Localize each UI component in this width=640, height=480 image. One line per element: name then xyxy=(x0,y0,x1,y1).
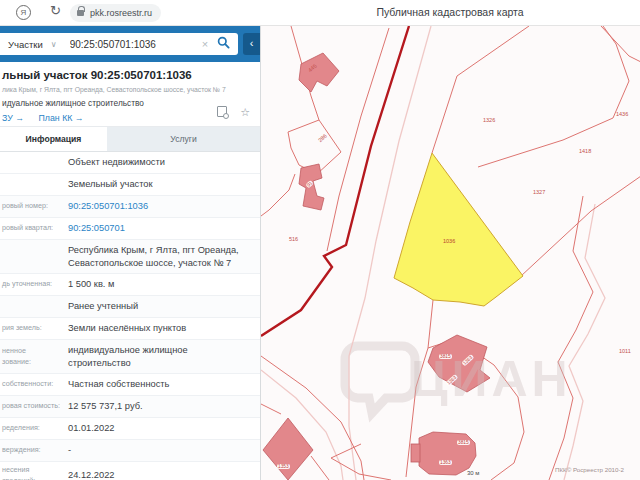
building-label: 1363 xyxy=(439,460,452,465)
map-canvas xyxy=(261,26,640,480)
search-category-select[interactable]: Участки xyxy=(0,39,43,50)
selected-parcel-1036[interactable] xyxy=(394,153,523,306)
row-label: ненное зование: xyxy=(0,343,66,370)
parcel-card-title: льный участок 90:25:050701:1036 xyxy=(2,69,260,81)
doc-search-icon[interactable] xyxy=(217,106,227,117)
row-label: верждения: xyxy=(0,442,66,458)
clear-icon[interactable]: × xyxy=(202,38,208,50)
row-label: ровый квартал: xyxy=(0,220,66,236)
lock-icon xyxy=(77,10,84,16)
search-icon[interactable] xyxy=(217,35,230,53)
row-value: индивидуальное жилищное строительство xyxy=(66,340,254,373)
row-label: дь уточненная: xyxy=(0,276,66,292)
selected-parcel-label: 1036 xyxy=(443,238,455,244)
watermark-pin-icon xyxy=(345,346,415,413)
parcel-label: 516 xyxy=(289,236,298,242)
row-label xyxy=(0,182,66,188)
star-icon[interactable]: ☆ xyxy=(240,106,250,118)
app-window: Я ↻ pkk.rosreestr.ru Публичная кадастров… xyxy=(0,0,640,480)
table-row: ределения: 01.01.2022 xyxy=(0,418,260,440)
table-row: верждения: - xyxy=(0,440,260,462)
table-row: Объект недвижимости xyxy=(0,152,260,174)
parcel-label: 1011 xyxy=(619,348,631,354)
table-row: Земельный участок xyxy=(0,174,260,196)
scale-label: 30 м xyxy=(467,470,479,476)
search-bar: Участки ∨ × ‹ xyxy=(0,26,260,62)
cadastral-number-link[interactable]: 90:25:050701:1036 xyxy=(66,196,254,217)
row-value: Республика Крым, г Ялта, пгт Ореанда, Се… xyxy=(66,240,254,273)
row-label: ровая стоимость: xyxy=(0,398,66,414)
table-row: Ранее учтенный xyxy=(0,296,260,318)
address-bar[interactable]: pkk.rosreestr.ru xyxy=(70,4,161,22)
row-value: 01.01.2022 xyxy=(66,418,254,439)
sidebar-panel: Участки ∨ × ‹ льный участок 90:25:050701… xyxy=(0,26,260,480)
url-text: pkk.rosreestr.ru xyxy=(90,8,152,18)
row-label: ределения: xyxy=(0,420,66,436)
table-row: ровый квартал: 90:25:050701 xyxy=(0,218,260,240)
building-3815-lower[interactable] xyxy=(419,432,476,475)
row-label xyxy=(0,254,66,260)
parcel-label: 1418 xyxy=(579,148,591,154)
watermark-text: ЦИАН xyxy=(411,350,572,408)
info-table: Объект недвижимости Земельный участок ро… xyxy=(0,152,260,480)
parcel-label: 1326 xyxy=(483,117,495,123)
row-label: несения сведений: xyxy=(0,462,66,480)
plan-zu-link[interactable]: ЗУ → xyxy=(2,113,24,123)
table-row: собственности: Частная собственность xyxy=(0,374,260,396)
row-value: 1 500 кв. м xyxy=(66,274,254,295)
row-value: Ранее учтенный xyxy=(66,296,254,317)
row-label xyxy=(0,160,66,166)
row-value: Частная собственность xyxy=(66,374,254,395)
tab-information[interactable]: Информация xyxy=(0,127,107,151)
row-value: 24.12.2022 xyxy=(66,465,254,480)
table-row: несения сведений: 24.12.2022 xyxy=(0,462,260,480)
page-title: Публичная кадастровая карта xyxy=(330,6,570,18)
table-row: ненное зование: индивидуальное жилищное … xyxy=(0,340,260,374)
browser-chrome: Я ↻ pkk.rosreestr.ru Публичная кадастров… xyxy=(0,0,640,26)
table-row: ровый номер: 90:25:050701:1036 xyxy=(0,196,260,218)
search-box[interactable]: Участки ∨ × xyxy=(0,33,238,55)
row-value: - xyxy=(66,440,254,461)
search-input[interactable] xyxy=(70,39,200,50)
map-attribution: ПКК© Росреестр 2010-2 xyxy=(555,466,624,473)
table-row: Республика Крым, г Ялта, пгт Ореанда, Се… xyxy=(0,240,260,274)
parcel-card: льный участок 90:25:050701:1036 лика Кры… xyxy=(0,62,260,127)
row-value: Земельный участок xyxy=(66,174,254,195)
building-445[interactable] xyxy=(299,53,339,92)
row-label: рия земель: xyxy=(0,320,66,336)
row-label xyxy=(0,304,66,310)
chevron-down-icon[interactable]: ∨ xyxy=(51,40,57,49)
refresh-icon[interactable]: ↻ xyxy=(50,3,61,18)
parcel-label: 1327 xyxy=(533,189,545,195)
parcel-label: 1436 xyxy=(616,111,628,117)
plan-kk-link[interactable]: План КК → xyxy=(39,113,84,123)
building-label: 3815 xyxy=(439,354,452,359)
row-value: Земли населённых пунктов xyxy=(66,318,254,339)
parcel-card-address: лика Крым, г Ялта, пгт Ореанда, Севастоп… xyxy=(2,86,260,93)
table-row: ровая стоимость: 12 575 737,1 руб. xyxy=(0,396,260,418)
row-label: ровый номер: xyxy=(0,198,66,214)
building-label: 3815 xyxy=(457,440,470,445)
card-action-icons: ☆ xyxy=(217,105,250,119)
building-annex[interactable] xyxy=(411,444,420,462)
tab-services[interactable]: Услуги xyxy=(107,127,260,151)
row-label: собственности: xyxy=(0,376,66,392)
cadastral-map[interactable]: ЦИАН 445 286 91 516 1036 1326 1436 1418 … xyxy=(260,26,640,480)
cadastral-quarter-link[interactable]: 90:25:050701 xyxy=(66,218,254,239)
row-value: 12 575 737,1 руб. xyxy=(66,396,254,417)
building-91[interactable] xyxy=(299,164,324,210)
row-value: Объект недвижимости xyxy=(66,152,254,173)
table-row: рия земель: Земли населённых пунктов xyxy=(0,318,260,340)
table-row: дь уточненная: 1 500 кв. м xyxy=(0,274,260,296)
tabs-bar: Информация Услуги xyxy=(0,127,260,152)
browser-profile-icon[interactable]: Я xyxy=(16,5,31,20)
building-1353[interactable] xyxy=(263,418,313,480)
sidebar-collapse-button[interactable]: ‹ xyxy=(243,33,260,55)
building-label: 1353 xyxy=(277,464,290,469)
